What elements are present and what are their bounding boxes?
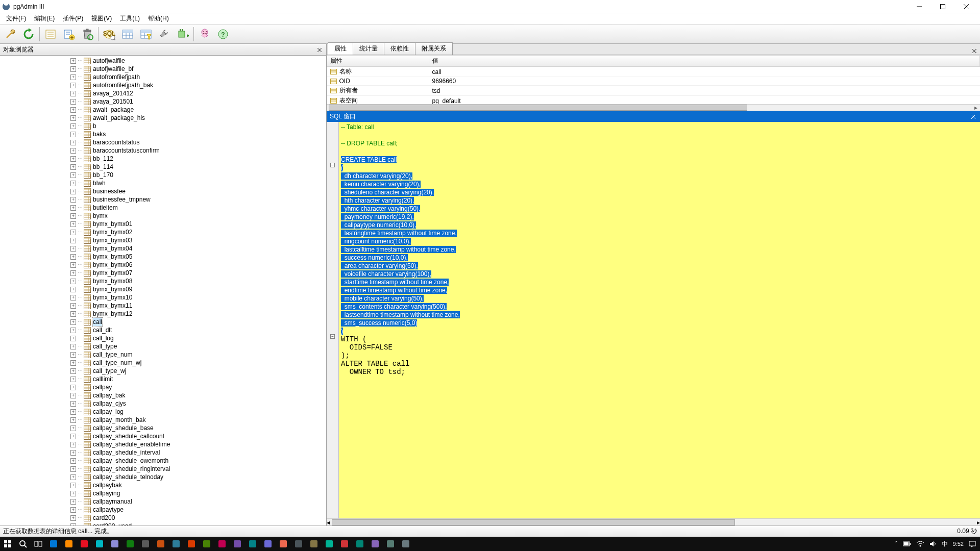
expand-icon[interactable]: + xyxy=(70,515,76,521)
tree-item[interactable]: +⋯call_type_wj xyxy=(70,367,326,375)
tree-item[interactable]: +⋯card200_used xyxy=(70,522,326,525)
object-browser-close-icon[interactable] xyxy=(316,46,323,54)
tree-item[interactable]: +⋯callpaybak xyxy=(70,481,326,489)
tree-item[interactable]: +⋯calllimit xyxy=(70,375,326,383)
expand-icon[interactable]: + xyxy=(70,385,76,390)
expand-icon[interactable]: + xyxy=(70,107,76,113)
taskbar-app[interactable] xyxy=(138,537,153,551)
property-row[interactable]: OID9696660 xyxy=(327,77,980,86)
properties-grid[interactable]: 属性 值 名称callOID9696660所有者tsd表空间pg_default xyxy=(327,55,980,104)
expand-icon[interactable]: + xyxy=(70,401,76,407)
connect-button[interactable] xyxy=(2,26,19,43)
tree-item[interactable]: +⋯bymx_bymx07 xyxy=(70,269,326,277)
tray-battery-icon[interactable] xyxy=(903,541,911,546)
tree-item[interactable]: +⋯baraccountstatusconfirm xyxy=(70,146,326,155)
sql-scroll-left-icon[interactable]: ◂ xyxy=(327,519,330,526)
tree-item[interactable]: +⋯butieitem xyxy=(70,204,326,212)
tree-item[interactable]: +⋯call_type_num_wj xyxy=(70,359,326,367)
tree-item[interactable]: +⋯bymx_bymx06 xyxy=(70,261,326,269)
taskbar-app[interactable] xyxy=(107,537,122,551)
menu-edit[interactable]: 编辑(E) xyxy=(30,13,59,24)
menu-view[interactable]: 视图(V) xyxy=(87,13,116,24)
tree-item[interactable]: +⋯call_type xyxy=(70,342,326,350)
tree-item[interactable]: +⋯baraccountstatus xyxy=(70,138,326,146)
taskbar-app[interactable] xyxy=(322,537,337,551)
tree-item[interactable]: +⋯callpay_cjys xyxy=(70,399,326,408)
close-button[interactable] xyxy=(954,0,978,13)
menu-tools[interactable]: 工具(L) xyxy=(116,13,144,24)
taskbar-app[interactable] xyxy=(245,537,260,551)
expand-icon[interactable]: + xyxy=(70,393,76,398)
expand-icon[interactable]: + xyxy=(70,221,76,227)
tree-item[interactable]: +⋯bymx_bymx05 xyxy=(70,253,326,261)
tray-clock[interactable]: 9:52 xyxy=(953,541,964,547)
expand-icon[interactable]: + xyxy=(70,164,76,170)
tree-item[interactable]: +⋯bymx_bymx09 xyxy=(70,285,326,293)
expand-icon[interactable]: + xyxy=(70,303,76,309)
expand-icon[interactable]: + xyxy=(70,213,76,219)
tree-item[interactable]: +⋯bymx_bymx11 xyxy=(70,302,326,310)
refresh-button[interactable] xyxy=(20,26,37,43)
expand-icon[interactable]: + xyxy=(70,172,76,178)
menu-file[interactable]: 文件(F) xyxy=(2,13,30,24)
expand-icon[interactable]: + xyxy=(70,140,76,145)
details-close-icon[interactable] xyxy=(971,47,978,55)
taskbar-app[interactable] xyxy=(77,537,92,551)
expand-icon[interactable]: + xyxy=(70,91,76,96)
expand-icon[interactable]: + xyxy=(70,434,76,439)
tree-item[interactable]: +⋯autofromfilefjpath_bak xyxy=(70,81,326,89)
tree-item[interactable]: +⋯call_type_num xyxy=(70,350,326,359)
expand-icon[interactable]: + xyxy=(70,270,76,276)
property-row[interactable]: 名称call xyxy=(327,67,980,77)
tree-item[interactable]: +⋯bymx_bymx12 xyxy=(70,310,326,318)
expand-icon[interactable]: + xyxy=(70,466,76,472)
tab-dependencies[interactable]: 依赖性 xyxy=(384,42,415,55)
tree-item[interactable]: +⋯callpaying xyxy=(70,489,326,497)
taskbar-app[interactable] xyxy=(368,537,383,551)
tree-item[interactable]: +⋯card200 xyxy=(70,514,326,522)
tree-item[interactable]: +⋯avaya_201501 xyxy=(70,97,326,106)
search-button[interactable] xyxy=(15,537,31,551)
expand-icon[interactable]: + xyxy=(70,499,76,505)
expand-icon[interactable]: + xyxy=(70,287,76,292)
tree-item[interactable]: +⋯callpay_shedule_base xyxy=(70,424,326,432)
tree-item[interactable]: +⋯autofjwaifile xyxy=(70,57,326,65)
tree-item[interactable]: +⋯call_dlt xyxy=(70,326,326,334)
tree-item[interactable]: +⋯bymx_bymx02 xyxy=(70,228,326,236)
tree-item[interactable]: +⋯callpaymanual xyxy=(70,497,326,506)
taskbar-app[interactable] xyxy=(122,537,138,551)
tab-dependents[interactable]: 附属关系 xyxy=(415,42,453,55)
taskbar-app[interactable] xyxy=(46,537,61,551)
taskbar-app[interactable] xyxy=(214,537,230,551)
expand-icon[interactable]: + xyxy=(70,230,76,235)
tree-item[interactable]: +⋯bymx xyxy=(70,212,326,220)
expand-icon[interactable]: + xyxy=(70,409,76,415)
expand-icon[interactable]: + xyxy=(70,238,76,243)
expand-icon[interactable]: + xyxy=(70,344,76,349)
tray-sound-icon[interactable] xyxy=(929,541,937,547)
tray-chevron-icon[interactable]: ˄ xyxy=(895,540,898,547)
sql-hscroll[interactable]: ◂ ▸ xyxy=(327,518,980,525)
tree-item[interactable]: +⋯call xyxy=(70,318,326,326)
taskbar-app[interactable] xyxy=(291,537,306,551)
guru-hint-button[interactable] xyxy=(196,26,213,43)
expand-icon[interactable]: + xyxy=(70,368,76,374)
expand-icon[interactable]: + xyxy=(70,181,76,186)
tree-item[interactable]: +⋯bymx_bymx04 xyxy=(70,244,326,253)
tree-item[interactable]: +⋯callpay xyxy=(70,383,326,391)
expand-icon[interactable]: + xyxy=(70,483,76,488)
expand-icon[interactable]: + xyxy=(70,507,76,513)
tree-item[interactable]: +⋯businessfee_tmpnew xyxy=(70,195,326,204)
tray-notifications-icon[interactable] xyxy=(969,540,976,547)
expand-icon[interactable]: + xyxy=(70,352,76,358)
property-row[interactable]: 表空间pg_default xyxy=(327,96,980,105)
taskbar-app[interactable] xyxy=(337,537,352,551)
taskbar-app[interactable] xyxy=(92,537,107,551)
menu-help[interactable]: 帮助(H) xyxy=(144,13,173,24)
fold-icon[interactable]: − xyxy=(330,334,335,339)
tree-item[interactable]: +⋯avaya_201412 xyxy=(70,89,326,97)
tree-item[interactable]: +⋯await_package xyxy=(70,106,326,114)
execute-plugin-button[interactable]: ▸ xyxy=(174,26,191,43)
tree-item[interactable]: +⋯callpay_shedule_telnoday xyxy=(70,473,326,481)
expand-icon[interactable]: + xyxy=(70,246,76,252)
